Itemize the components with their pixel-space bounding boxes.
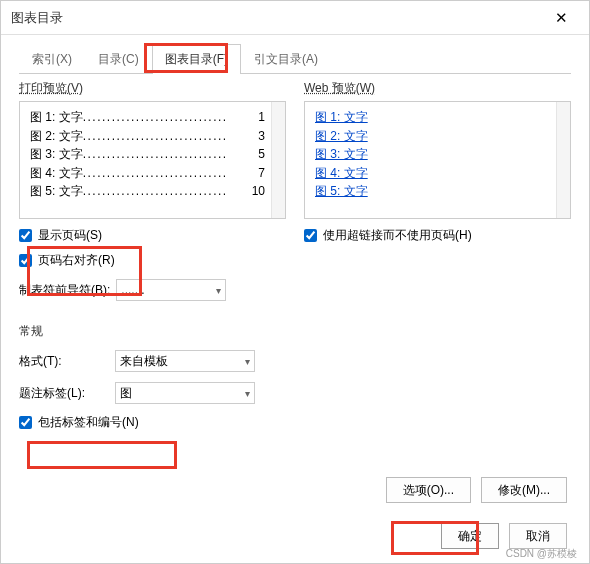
checkbox[interactable] [304,229,317,242]
titlebar: 图表目录 ✕ [1,1,589,35]
tab-citations[interactable]: 引文目录(A) [241,44,331,74]
buttons-primary: 确定 取消 [441,523,567,549]
web-preview-label: Web 预览(W) [304,80,571,97]
check-use-hyperlinks[interactable]: 使用超链接而不使用页码(H) [304,227,571,244]
format-select[interactable]: 来自模板 ▾ [115,350,255,372]
close-icon[interactable]: ✕ [543,3,579,33]
options-button[interactable]: 选项(O)... [386,477,471,503]
checkbox[interactable] [19,229,32,242]
tab-figure-toc[interactable]: 图表目录(F) [152,44,241,74]
print-preview-label: 打印预览(V) [19,80,286,97]
web-line: 图 5: 文字 [315,182,550,201]
dialog-toc: 图表目录 ✕ 索引(X) 目录(C) 图表目录(F) 引文目录(A) 打印预览(… [0,0,590,564]
check-show-page-numbers[interactable]: 显示页码(S) [19,227,286,244]
caption-label-select[interactable]: 图 ▾ [115,382,255,404]
chevron-down-icon: ▾ [245,356,250,367]
watermark: CSDN @苏模棱 [506,547,577,561]
tab-leader-label: 制表符前导符(B): [19,282,110,299]
modify-button[interactable]: 修改(M)... [481,477,567,503]
scrollbar[interactable] [556,102,570,218]
web-preview-list: 图 1: 文字 图 2: 文字 图 3: 文字 图 4: 文字 图 5: 文字 [315,108,550,212]
preview-row: 打印预览(V) 图 1: 文字.........................… [19,80,571,269]
web-line: 图 2: 文字 [315,127,550,146]
print-preview-col: 打印预览(V) 图 1: 文字.........................… [19,80,286,269]
print-preview-box: 图 1: 文字..............................1 图… [19,101,286,219]
tab-toc[interactable]: 目录(C) [85,44,152,74]
ok-button[interactable]: 确定 [441,523,499,549]
caption-label-label: 题注标签(L): [19,385,109,402]
chevron-down-icon: ▾ [216,285,221,296]
print-preview-list: 图 1: 文字..............................1 图… [30,108,265,212]
tab-index[interactable]: 索引(X) [19,44,85,74]
dialog-title: 图表目录 [11,9,543,27]
row-caption-label: 题注标签(L): 图 ▾ [19,382,571,404]
web-line: 图 4: 文字 [315,164,550,183]
buttons-secondary: 选项(O)... 修改(M)... [386,477,567,503]
tabstrip: 索引(X) 目录(C) 图表目录(F) 引文目录(A) [19,43,571,74]
checkbox[interactable] [19,254,32,267]
scrollbar[interactable] [271,102,285,218]
print-line: 图 3: 文字..............................5 [30,145,265,164]
general-label: 常规 [19,323,571,340]
web-preview-box: 图 1: 文字 图 2: 文字 图 3: 文字 图 4: 文字 图 5: 文字 [304,101,571,219]
cancel-button[interactable]: 取消 [509,523,567,549]
content: 索引(X) 目录(C) 图表目录(F) 引文目录(A) 打印预览(V) 图 1:… [1,35,589,431]
format-label: 格式(T): [19,353,109,370]
tab-leader-select[interactable]: ....... ▾ [116,279,226,301]
print-line: 图 1: 文字..............................1 [30,108,265,127]
row-tab-leader: 制表符前导符(B): ....... ▾ [19,279,571,301]
web-preview-col: Web 预览(W) 图 1: 文字 图 2: 文字 图 3: 文字 图 4: 文… [304,80,571,269]
web-line: 图 1: 文字 [315,108,550,127]
annotation-highlight [27,441,177,469]
check-include-label-number[interactable]: 包括标签和编号(N) [19,414,571,431]
print-line: 图 2: 文字..............................3 [30,127,265,146]
chevron-down-icon: ▾ [245,388,250,399]
checkbox[interactable] [19,416,32,429]
row-format: 格式(T): 来自模板 ▾ [19,350,571,372]
check-right-align[interactable]: 页码右对齐(R) [19,252,286,269]
print-line: 图 5: 文字..............................10 [30,182,265,201]
print-line: 图 4: 文字..............................7 [30,164,265,183]
web-line: 图 3: 文字 [315,145,550,164]
